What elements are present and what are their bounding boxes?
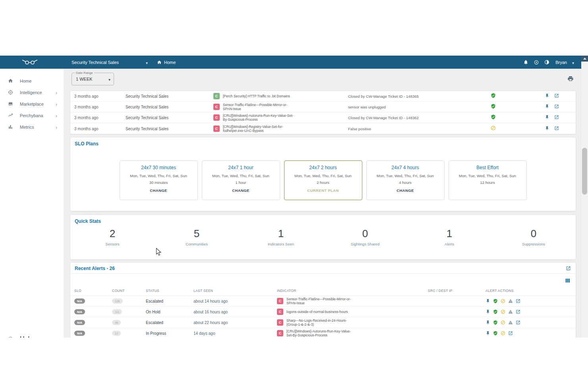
change-plan-button[interactable]: CHANGE — [120, 188, 197, 193]
chevron-right-icon — [56, 89, 57, 96]
stat-alerts: 1 Alerts — [407, 228, 491, 246]
table-row[interactable]: 3 months ago Security Technical Sales C … — [70, 112, 576, 123]
community-badge: C — [213, 114, 220, 121]
column-header: INDICATOR — [277, 289, 296, 293]
stat-label: Sightings Shared — [323, 242, 407, 246]
notifications-bell-icon[interactable] — [523, 60, 528, 65]
slo-plan-card: Best Effort Mon, Tue, Wed, Thu, Fri, Sat… — [449, 160, 527, 200]
plan-name: 24x7 1 hour — [202, 165, 280, 170]
plan-response-time: 4 hours — [367, 180, 444, 185]
pin-alert-icon[interactable] — [545, 114, 549, 121]
change-plan-button[interactable]: CHANGE — [367, 188, 444, 193]
stat-value: 2 — [70, 228, 155, 240]
plan-name: 24x7 30 minutes — [120, 165, 197, 170]
alert-last-seen: 14 days ago — [193, 331, 215, 336]
sidebar-item-metrics[interactable]: Metrics — [0, 121, 64, 133]
help-icon — [8, 337, 13, 338]
pin-alert-icon[interactable] — [545, 93, 549, 100]
open-alert-icon[interactable] — [516, 309, 520, 314]
sidebar-item-home[interactable]: Home — [0, 75, 64, 87]
escalate-warning-icon[interactable] — [508, 320, 513, 325]
sidebar-item-marketplace[interactable]: Marketplace — [0, 98, 64, 110]
suppress-icon[interactable] — [501, 331, 505, 336]
theme-contrast-toggle-icon[interactable] — [544, 60, 549, 65]
scrollbar-up-arrow[interactable] — [581, 56, 588, 62]
alert-actions — [485, 320, 520, 325]
escalate-warning-icon[interactable] — [508, 299, 513, 303]
slo-badge: N/A — [74, 309, 85, 315]
suppress-icon[interactable] — [501, 320, 505, 325]
open-alert-icon[interactable] — [554, 125, 559, 132]
chevron-right-icon — [56, 112, 57, 119]
indicator-name: Sensor-Traffic-Flatline—Possible-Mirror-… — [223, 103, 296, 111]
pin-alert-icon[interactable] — [545, 103, 549, 110]
count-badge: 46 — [112, 320, 121, 325]
resolve-shield-icon[interactable] — [493, 331, 498, 336]
stat-label: Indicators Seen — [239, 242, 323, 246]
community-badge: C — [277, 309, 283, 315]
community-badge: C — [213, 126, 220, 132]
change-plan-button[interactable]: CHANGE — [202, 188, 280, 193]
pin-alert-icon[interactable] — [485, 331, 490, 336]
blocked-icon — [491, 125, 496, 132]
open-alert-icon[interactable] — [516, 320, 520, 325]
alert-team: Security Technical Sales — [126, 126, 168, 131]
sidebar-navigation: Home Intelligence Marketplace Perchybana… — [0, 69, 64, 338]
date-range-select[interactable]: Date Range 1 WEEK — [72, 73, 114, 85]
alert-resolution: Closed by CW-Manage Ticket ID - 148362 — [348, 116, 475, 120]
pin-alert-icon[interactable] — [545, 125, 549, 132]
chevron-down-icon — [108, 75, 110, 83]
escalate-warning-icon[interactable] — [508, 309, 513, 314]
open-alert-icon[interactable] — [554, 103, 559, 110]
table-row[interactable]: N/A 12 In Progress 14 days ago C [CRU][W… — [70, 328, 576, 338]
open-alert-icon[interactable] — [554, 114, 559, 121]
marketplace-icon — [8, 101, 13, 106]
alert-actions — [485, 299, 520, 303]
pin-alert-icon[interactable] — [485, 299, 490, 303]
stat-value: 0 — [323, 228, 407, 240]
scrollbar-thumb[interactable] — [582, 148, 587, 195]
sidebar-item-help[interactable]: Help — [0, 334, 64, 338]
community-broadcast-icon[interactable] — [534, 60, 539, 65]
table-row[interactable]: 3 months ago Security Technical Sales C … — [70, 91, 576, 102]
metrics-icon — [8, 124, 13, 129]
sidebar-item-intelligence[interactable]: Intelligence — [0, 87, 64, 98]
table-row[interactable]: N/A 46 Escalated about 22 hours ago C Sh… — [70, 317, 576, 328]
suppress-icon[interactable] — [501, 309, 505, 314]
plan-days: Mon, Tue, Wed, Thu, Fri, Sat, Sun — [202, 174, 280, 178]
community-badge: C — [277, 330, 283, 336]
sidebar-item-perchybana[interactable]: Perchybana — [0, 110, 64, 121]
alert-team: Security Technical Sales — [126, 94, 168, 98]
indicator-name: logons-outside-of-normal-business-hours — [286, 310, 356, 314]
column-header: STATUS — [146, 289, 159, 293]
suppress-icon[interactable] — [501, 299, 505, 303]
table-row[interactable]: 3 months ago Security Technical Sales C … — [70, 123, 576, 134]
pin-alert-icon[interactable] — [485, 309, 490, 314]
resolve-shield-icon[interactable] — [493, 320, 498, 325]
table-row[interactable]: N/A 111 On Hold about 16 hours ago C log… — [70, 307, 576, 317]
count-badge: 111 — [112, 309, 122, 315]
open-alert-icon[interactable] — [554, 93, 559, 100]
open-in-new-icon[interactable] — [566, 265, 571, 272]
column-settings-icon[interactable] — [565, 278, 570, 285]
slo-badge: N/A — [74, 299, 85, 304]
open-alert-icon[interactable] — [508, 331, 513, 336]
column-header: LAST SEEN — [193, 289, 213, 293]
alert-status: In Progress — [146, 331, 166, 336]
print-button[interactable] — [567, 75, 574, 83]
perchybana-icon — [8, 113, 13, 118]
pin-alert-icon[interactable] — [485, 320, 490, 325]
resolve-shield-icon[interactable] — [493, 299, 498, 303]
resolve-shield-icon[interactable] — [493, 309, 498, 314]
nav-home-label: Home — [164, 60, 176, 65]
vertical-scrollbar — [581, 56, 588, 338]
alert-last-seen: about 14 hours ago — [193, 299, 228, 303]
chevron-down-icon — [146, 59, 148, 66]
team-selector-dropdown[interactable]: Security Technical Sales — [72, 56, 151, 69]
current-plan-label: CURRENT PLAN — [284, 188, 362, 193]
nav-home-link[interactable]: Home — [157, 56, 176, 69]
table-row[interactable]: 3 months ago Security Technical Sales C … — [70, 102, 576, 112]
table-row[interactable]: N/A 108 Escalated about 14 hours ago C S… — [70, 296, 576, 307]
user-menu[interactable]: Bryan — [555, 60, 567, 65]
open-alert-icon[interactable] — [516, 299, 520, 303]
